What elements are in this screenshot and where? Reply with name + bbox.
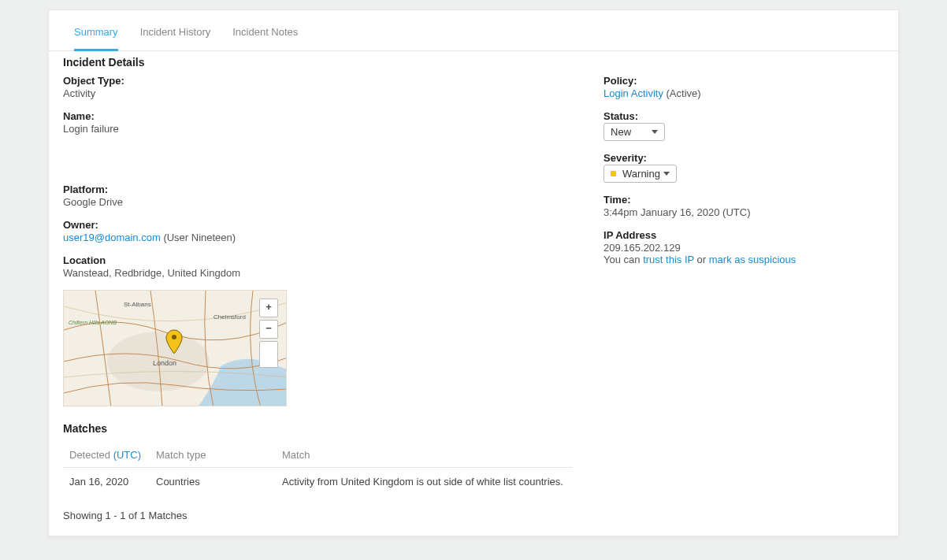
section-title-incident-details: Incident Details	[63, 56, 884, 69]
location-map[interactable]: London St-Albans Chelmsford Chiltern Hil…	[63, 290, 287, 406]
platform-value: Google Drive	[63, 196, 572, 208]
mark-suspicious-link[interactable]: mark as suspicious	[709, 254, 797, 265]
object-type-label: Object Type:	[63, 75, 572, 87]
policy-extra: (Active)	[663, 87, 701, 99]
map-label-london: London	[153, 359, 176, 367]
status-select[interactable]: New	[603, 123, 665, 141]
field-platform: Platform: Google Drive	[63, 184, 572, 208]
time-value: 3:44pm January 16, 2020 (UTC)	[603, 206, 884, 218]
tab-incident-notes[interactable]: Incident Notes	[221, 10, 309, 50]
status-label: Status:	[603, 110, 884, 122]
field-owner: Owner: user19@domain.com (User Nineteen)	[63, 219, 572, 243]
matches-footer: Showing 1 - 1 of 1 Matches	[63, 495, 572, 525]
chevron-down-icon	[652, 130, 658, 134]
status-value: New	[611, 126, 631, 138]
cell-type: Countries	[150, 468, 276, 496]
cell-detected: Jan 16, 2020	[63, 468, 150, 496]
cell-match: Activity from United Kingdom is out side…	[276, 468, 572, 496]
field-name: Name: Login failure	[63, 110, 572, 135]
col-detected-utc[interactable]: (UTC)	[113, 449, 141, 461]
location-value: Wanstead, Redbridge, United Kingdom	[63, 267, 572, 279]
ip-action-prefix: You can	[603, 254, 643, 265]
map-label-stalbans: St-Albans	[124, 301, 151, 308]
owner-link[interactable]: user19@domain.com	[63, 232, 161, 243]
ip-value: 209.165.202.129	[603, 242, 884, 254]
object-type-value: Activity	[63, 87, 572, 99]
policy-link[interactable]: Login Activity	[603, 87, 663, 99]
ip-action-or: or	[694, 254, 709, 265]
platform-label: Platform:	[63, 184, 572, 195]
field-object-type: Object Type: Activity	[63, 75, 572, 99]
map-layers-button[interactable]	[259, 341, 278, 368]
severity-dot-icon	[611, 171, 616, 176]
svg-point-2	[172, 335, 176, 339]
field-policy: Policy: Login Activity (Active)	[603, 75, 884, 99]
tab-summary[interactable]: Summary	[63, 10, 129, 50]
col-detected-label: Detected	[69, 449, 113, 461]
name-label: Name:	[63, 110, 572, 122]
trust-ip-link[interactable]: trust this IP	[643, 254, 694, 265]
incident-panel: Summary Incident History Incident Notes …	[48, 9, 899, 536]
field-severity: Severity: Warning	[603, 152, 884, 183]
time-label: Time:	[603, 194, 884, 206]
name-value: Login failure	[63, 123, 572, 135]
map-label-chelmsford: Chelmsford	[214, 313, 246, 321]
field-location: Location Wanstead, Redbridge, United Kin…	[63, 254, 572, 279]
severity-value: Warning	[622, 168, 660, 180]
map-label-chiltern: Chiltern Hills AONB	[69, 320, 117, 325]
map-zoom-out-button[interactable]: −	[259, 320, 278, 339]
field-time: Time: 3:44pm January 16, 2020 (UTC)	[603, 194, 884, 218]
tab-incident-history[interactable]: Incident History	[129, 10, 222, 50]
severity-select[interactable]: Warning	[603, 165, 677, 183]
ip-label: IP Address	[603, 229, 884, 241]
matches-title: Matches	[63, 422, 572, 435]
table-row: Jan 16, 2020 Countries Activity from Uni…	[63, 468, 572, 496]
col-match: Match	[276, 441, 572, 468]
policy-label: Policy:	[603, 75, 884, 87]
severity-label: Severity:	[603, 152, 884, 164]
field-status: Status: New	[603, 110, 884, 141]
chevron-down-icon	[663, 172, 670, 176]
map-zoom-in-button[interactable]: +	[259, 299, 278, 317]
owner-extra: (User Nineteen)	[161, 232, 236, 243]
owner-label: Owner:	[63, 219, 572, 231]
location-label: Location	[63, 254, 572, 266]
field-ip: IP Address 209.165.202.129 You can trust…	[603, 229, 884, 265]
incident-left-column: Object Type: Activity Name: Login failur…	[63, 75, 572, 525]
col-detected: Detected (UTC)	[63, 441, 150, 468]
tab-bar: Summary Incident History Incident Notes	[49, 10, 898, 51]
col-match-type: Match type	[150, 441, 276, 468]
incident-right-column: Policy: Login Activity (Active) Status: …	[603, 75, 884, 525]
matches-table: Detected (UTC) Match type Match Jan 16, …	[63, 441, 572, 495]
